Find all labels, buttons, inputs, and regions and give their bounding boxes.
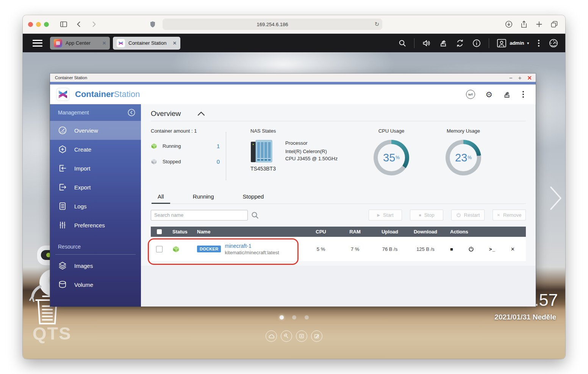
page-dot[interactable] [305,315,309,319]
back-button[interactable] [73,19,84,30]
main-menu-icon[interactable] [33,40,42,47]
stopped-container-icon [151,158,157,165]
container-name-link[interactable]: minecraft-1 [225,243,279,249]
collapse-overview-icon[interactable] [197,111,206,117]
row-stop-icon[interactable]: ■ [450,246,453,252]
sidebar-toggle-icon[interactable] [58,19,69,30]
tab-stopped[interactable]: Stopped [237,191,270,203]
container-amount-label: Container amount : 1 [151,128,226,134]
window-minimize-icon[interactable]: − [509,75,513,81]
stopped-label: Stopped [163,159,181,164]
row-remove-icon[interactable]: ✕ [511,246,515,252]
row-terminal-icon[interactable]: >_ [489,246,496,252]
select-all-checkbox[interactable] [157,229,162,234]
sidebar-item-volume[interactable]: Volume [50,275,141,294]
percent-sign: % [468,155,472,160]
settings-gear-icon[interactable]: ⚙ [485,91,493,99]
window-accent-strip [50,82,536,85]
divider [489,38,489,48]
window-titlebar[interactable]: Container Station − + ✕ [50,74,536,82]
restart-button[interactable]: Restart [451,210,485,221]
nas-model: TS453BT3 [250,166,272,172]
section-label: Resource [58,244,81,250]
tab-overview-icon[interactable] [549,19,560,30]
search-icon[interactable] [251,211,259,219]
content-footer-area [141,266,536,307]
start-label: Start [383,212,393,218]
overview-stats: Container amount : 1 Running 1 Stopped [151,127,526,187]
remove-button[interactable]: ✕Remove [493,210,526,221]
sidebar-item-export[interactable]: Export [50,178,141,197]
share-icon[interactable] [518,19,530,30]
info-icon[interactable] [472,39,481,48]
user-menu[interactable]: admin ▾ [497,39,529,48]
tab-all[interactable]: All [152,191,170,204]
zoom-window-button[interactable] [44,22,49,27]
search-input[interactable] [151,210,248,221]
more-options-icon[interactable] [521,91,525,98]
reload-icon[interactable]: ↻ [374,21,379,28]
stop-label: Stop [424,212,435,218]
collapse-sidebar-icon[interactable] [127,108,136,117]
address-bar[interactable]: 169.254.6.186 ↻ [163,19,382,30]
sidebar-section-resource: Resource [50,235,141,252]
section-label: Management [58,110,89,116]
sidebar-item-preferences[interactable]: Preferences [50,216,141,235]
sidebar-item-overview[interactable]: Overview [50,121,141,140]
volume-icon[interactable] [422,39,431,47]
stop-button[interactable]: ■Stop [410,210,443,221]
forward-button[interactable] [88,19,100,30]
more-options-icon[interactable] [536,40,541,47]
stopped-stat: Stopped 0 [151,158,226,165]
minimize-window-button[interactable] [36,22,41,27]
new-tab-icon[interactable] [533,19,545,30]
overview-gauge-icon [58,126,67,135]
search-icon[interactable] [398,39,407,47]
divider [55,254,136,255]
sidebar-item-label: Create [74,146,91,153]
row-power-icon[interactable] [468,246,474,252]
restart-label: Restart [464,212,480,218]
next-desktop-chevron[interactable] [547,185,565,211]
qts-tab-container-station[interactable]: Container Station ✕ [113,37,180,50]
background-tasks-icon[interactable] [439,39,448,47]
cell-download: 125 B /s [407,246,444,252]
sidebar-item-create[interactable]: Create [50,140,141,159]
stopped-value: 0 [217,158,226,165]
window-close-icon[interactable]: ✕ [527,75,532,81]
page-dot-active[interactable] [280,315,284,319]
qts-tab-app-center[interactable]: ⊞ App Center ✕ [50,37,110,50]
feedback-edit-icon[interactable] [311,330,322,342]
desktop-pagination [23,315,565,319]
sidebar-item-import[interactable]: Import [50,159,141,178]
downloads-icon[interactable] [503,19,514,30]
dashboard-icon[interactable] [549,38,558,48]
header-name: Name [192,229,305,235]
window-maximize-icon[interactable]: + [518,75,522,81]
close-window-button[interactable] [28,22,33,27]
app-header: ContainerStation IoT ⚙ [50,85,536,104]
tab-running[interactable]: Running [187,191,220,203]
start-button[interactable]: ▶Start [369,210,402,221]
sync-status-icon[interactable] [455,39,464,48]
sidebar-item-logs[interactable]: Logs [50,197,141,216]
iot-icon[interactable]: IoT [466,90,475,99]
row-checkbox[interactable] [156,246,163,252]
traffic-lights [28,22,49,27]
background-tasks-icon[interactable] [503,91,511,99]
sidebar-item-images[interactable]: Images [50,256,141,275]
tools-icon[interactable] [281,330,292,342]
page-dot[interactable] [292,315,296,319]
tab-close-icon[interactable]: ✕ [173,41,177,46]
remove-label: Remove [503,212,521,218]
qts-top-bar: ⊞ App Center ✕ Container Station ✕ [23,34,565,52]
tab-close-icon[interactable]: ✕ [102,41,106,46]
cpu-usage-donut: 35% [374,140,409,175]
header-cpu: CPU [305,229,337,235]
import-icon [58,164,67,173]
container-station-icon [117,39,125,47]
create-icon [58,145,67,154]
running-status-icon [172,246,180,253]
myqnapcloud-icon[interactable] [266,330,277,342]
panels-icon[interactable] [296,330,307,342]
